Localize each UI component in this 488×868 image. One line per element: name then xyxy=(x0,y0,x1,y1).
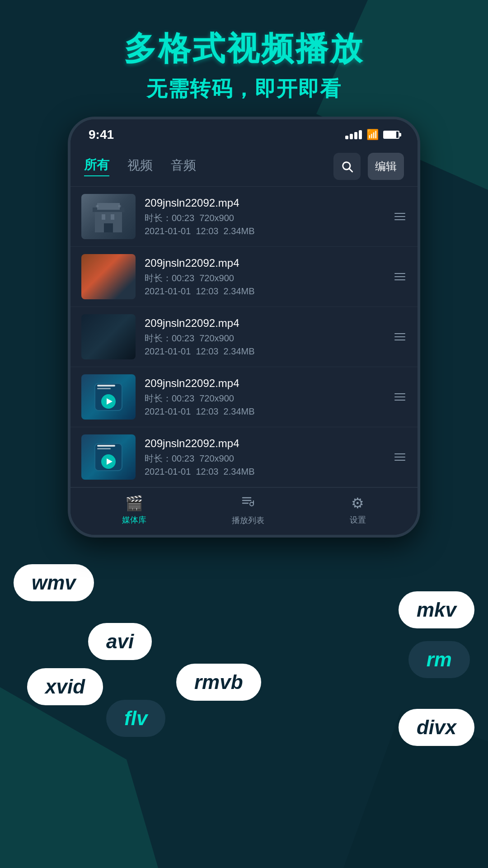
file-menu-button[interactable] xyxy=(393,393,407,401)
file-meta-date: 2021-01-01 12:03 2.34MB xyxy=(145,406,389,417)
svg-point-9 xyxy=(118,205,121,208)
svg-point-8 xyxy=(96,205,99,208)
search-icon xyxy=(341,160,353,173)
tab-audio[interactable]: 音频 xyxy=(171,157,196,176)
file-name: 209jnsln22092.mp4 xyxy=(145,257,389,269)
file-menu-button[interactable] xyxy=(393,213,407,220)
phone-screen: 9:41 📶 所有 视频 音频 xyxy=(70,119,418,535)
tab-video[interactable]: 视频 xyxy=(127,157,153,176)
signal-icon xyxy=(345,130,362,139)
bottom-nav: 🎬 媒体库 播放列表 ⚙ 设置 xyxy=(70,487,418,535)
file-info: 209jnsln22092.mp4 时长：00:23 720x900 2021-… xyxy=(145,437,389,477)
file-meta-date: 2021-01-01 12:03 2.34MB xyxy=(145,226,389,236)
file-meta-duration: 时长：00:23 720x900 xyxy=(145,453,389,465)
file-info: 209jnsln22092.mp4 时长：00:23 720x900 2021-… xyxy=(145,197,389,236)
file-item[interactable]: 209jnsln22092.mp4 时长：00:23 720x900 2021-… xyxy=(70,367,418,427)
file-info: 209jnsln22092.mp4 时长：00:23 720x900 2021-… xyxy=(145,317,389,357)
status-bar: 9:41 📶 xyxy=(70,119,418,146)
file-meta-duration: 时长：00:23 720x900 xyxy=(145,332,389,344)
file-thumbnail xyxy=(81,254,136,299)
settings-icon: ⚙ xyxy=(351,495,364,512)
file-thumbnail xyxy=(81,434,136,480)
format-badge-avi[interactable]: avi xyxy=(88,623,152,660)
file-menu-button[interactable] xyxy=(393,333,407,340)
file-item[interactable]: 209jnsln22092.mp4 时长：00:23 720x900 2021-… xyxy=(70,307,418,367)
svg-rect-4 xyxy=(97,203,120,210)
format-badge-divx[interactable]: divx xyxy=(399,709,474,746)
status-time: 9:41 xyxy=(89,127,114,142)
file-meta-duration: 时长：00:23 720x900 xyxy=(145,212,389,224)
file-thumbnail xyxy=(81,314,136,359)
file-name: 209jnsln22092.mp4 xyxy=(145,437,389,450)
file-name: 209jnsln22092.mp4 xyxy=(145,317,389,330)
format-badge-flv[interactable]: flv xyxy=(106,700,165,737)
file-name: 209jnsln22092.mp4 xyxy=(145,377,389,390)
file-item[interactable]: 209jnsln22092.mp4 时长：00:23 720x900 2021-… xyxy=(70,247,418,307)
file-item[interactable]: 209jnsln22092.mp4 时长：00:23 720x900 2021-… xyxy=(70,427,418,487)
file-meta-duration: 时长：00:23 720x900 xyxy=(145,272,389,284)
app-title: 多格式视频播放 xyxy=(0,27,488,71)
svg-rect-11 xyxy=(97,385,115,387)
file-meta-duration: 时长：00:23 720x900 xyxy=(145,392,389,405)
nav-playlist[interactable]: 播放列表 xyxy=(232,494,264,526)
tab-all[interactable]: 所有 xyxy=(84,156,109,176)
format-badge-wmv[interactable]: wmv xyxy=(14,564,94,601)
format-badge-rm[interactable]: rm xyxy=(408,641,470,678)
svg-rect-12 xyxy=(97,388,111,389)
file-info: 209jnsln22092.mp4 时长：00:23 720x900 2021-… xyxy=(145,377,389,417)
search-button[interactable] xyxy=(333,153,361,180)
svg-rect-17 xyxy=(97,448,111,449)
format-badge-xvid[interactable]: xvid xyxy=(27,668,103,705)
file-list: 209jnsln22092.mp4 时长：00:23 720x900 2021-… xyxy=(70,187,418,487)
file-meta-date: 2021-01-01 12:03 2.34MB xyxy=(145,346,389,357)
battery-icon xyxy=(383,131,399,139)
svg-rect-16 xyxy=(97,445,115,447)
edit-button[interactable]: 编辑 xyxy=(368,153,404,180)
nav-media-library-label: 媒体库 xyxy=(122,514,146,525)
nav-playlist-label: 播放列表 xyxy=(232,515,264,526)
nav-settings[interactable]: ⚙ 设置 xyxy=(350,495,366,525)
svg-line-1 xyxy=(349,169,352,172)
nav-media-library[interactable]: 🎬 媒体库 xyxy=(122,495,146,525)
file-name: 209jnsln22092.mp4 xyxy=(145,197,389,209)
phone-mockup: 9:41 📶 所有 视频 音频 xyxy=(68,117,420,538)
app-subtitle: 无需转码，即开即看 xyxy=(0,75,488,103)
file-meta-date: 2021-01-01 12:03 2.34MB xyxy=(145,286,389,297)
svg-point-23 xyxy=(250,502,253,506)
nav-settings-label: 设置 xyxy=(350,514,366,525)
app-header: 多格式视频播放 无需转码，即开即看 xyxy=(0,0,488,117)
wifi-icon: 📶 xyxy=(366,129,379,141)
format-badge-mkv[interactable]: mkv xyxy=(399,591,474,628)
file-info: 209jnsln22092.mp4 时长：00:23 720x900 2021-… xyxy=(145,257,389,297)
tab-bar: 所有 视频 音频 编辑 xyxy=(70,146,418,187)
status-icons: 📶 xyxy=(345,129,399,141)
file-menu-button[interactable] xyxy=(393,273,407,280)
file-meta-date: 2021-01-01 12:03 2.34MB xyxy=(145,467,389,477)
tab-actions: 编辑 xyxy=(333,153,404,180)
svg-rect-6 xyxy=(111,214,114,220)
file-thumbnail xyxy=(81,374,136,420)
svg-rect-7 xyxy=(104,223,113,232)
playlist-icon xyxy=(241,494,255,512)
media-library-icon: 🎬 xyxy=(125,495,143,512)
file-thumbnail xyxy=(81,194,136,239)
file-item[interactable]: 209jnsln22092.mp4 时长：00:23 720x900 2021-… xyxy=(70,187,418,247)
svg-rect-5 xyxy=(102,214,105,220)
format-badge-rmvb[interactable]: rmvb xyxy=(176,664,261,701)
file-menu-button[interactable] xyxy=(393,453,407,461)
